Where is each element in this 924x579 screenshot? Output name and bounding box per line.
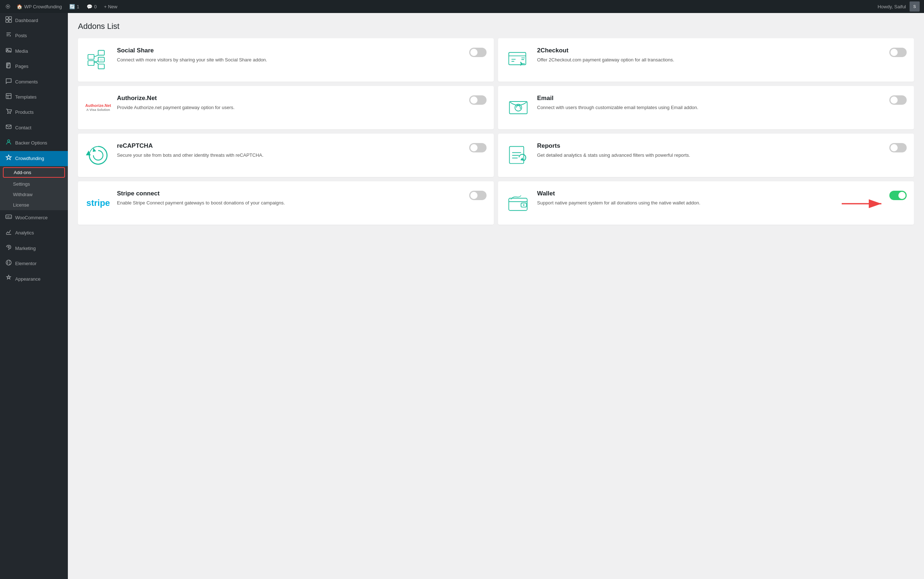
submenu-item-settings[interactable]: Settings <box>0 179 68 189</box>
addon-name-wallet: Wallet <box>537 190 883 197</box>
wp-logo[interactable]: W <box>3 2 13 11</box>
sidebar-item-elementor[interactable]: Elementor <box>0 256 68 271</box>
sidebar-label-media: Media <box>15 48 28 54</box>
sidebar-item-backer-options[interactable]: Backer Options <box>0 136 68 150</box>
addon-desc-wallet: Support native payment system for all do… <box>537 200 883 207</box>
sidebar-item-appearance[interactable]: Appearance <box>0 271 68 286</box>
toggle-stripe-connect[interactable] <box>469 191 487 200</box>
templates-icon <box>5 93 12 101</box>
sidebar-item-woocommerce[interactable]: WooCommerce <box>0 210 68 226</box>
authorize-net-icon-wrap: Authorize.Net A Visa Solution <box>85 95 111 121</box>
svg-rect-32 <box>509 198 527 211</box>
sidebar-label-dashboard: Dashboard <box>15 17 38 24</box>
sidebar-label-marketing: Marketing <box>15 245 36 252</box>
comments-bar[interactable]: 💬 0 <box>83 0 100 13</box>
toggle-wallet[interactable] <box>889 191 907 200</box>
toggle-email[interactable] <box>889 95 907 105</box>
toggle-wrap-stripe-connect <box>469 190 487 200</box>
addon-name-authorize-net: Authorize.Net <box>117 95 463 102</box>
toggle-recaptcha[interactable] <box>469 143 487 152</box>
sidebar-label-woocommerce: WooCommerce <box>15 214 48 221</box>
svg-rect-27 <box>509 52 526 65</box>
svg-rect-2 <box>6 16 8 19</box>
toggle-wrap-social-share <box>469 47 487 57</box>
new-content-bar[interactable]: + New <box>100 0 121 13</box>
media-icon <box>5 47 12 56</box>
svg-point-12 <box>10 113 10 114</box>
addon-desc-social-share: Connect with more visitors by sharing yo… <box>117 56 463 64</box>
sidebar-item-posts[interactable]: Posts <box>0 28 68 43</box>
sidebar-label-crowdfunding: Crowdfunding <box>15 155 44 162</box>
sidebar-label-pages: Pages <box>15 63 29 70</box>
addon-name-2checkout: 2Checkout <box>537 47 883 54</box>
sidebar-label-analytics: Analytics <box>15 230 34 236</box>
svg-text:W: W <box>7 5 10 8</box>
submenu-item-addons[interactable]: Add-ons <box>3 167 65 178</box>
marketing-icon <box>5 244 12 253</box>
addon-card-stripe-connect: stripe Stripe connect Enable Stripe Conn… <box>78 182 494 225</box>
svg-rect-13 <box>6 125 11 129</box>
sidebar-label-backer-options: Backer Options <box>15 140 47 146</box>
addon-desc-authorize-net: Provide Authorize.net payment gateway op… <box>117 104 463 111</box>
comments-icon: 💬 <box>86 4 93 10</box>
sidebar-item-dashboard[interactable]: Dashboard <box>0 13 68 28</box>
toggle-reports[interactable] <box>889 143 907 152</box>
toggle-wrap-email <box>889 95 907 105</box>
toggle-social-share[interactable] <box>469 48 487 57</box>
svg-point-17 <box>6 260 11 265</box>
addon-name-recaptcha: reCAPTCHA <box>117 142 463 149</box>
sidebar-item-pages[interactable]: Pages <box>0 59 68 74</box>
crowdfunding-icon <box>5 154 12 163</box>
pages-icon <box>5 62 12 71</box>
analytics-icon <box>5 229 12 237</box>
toggle-authorize-net[interactable] <box>469 95 487 105</box>
updates-bar[interactable]: 🔄 1 <box>66 0 83 13</box>
addon-desc-2checkout: Offer 2Checkout.com payment gateway opti… <box>537 56 883 64</box>
svg-rect-20 <box>98 51 104 55</box>
addon-card-email: Email Connect with users through customi… <box>498 86 914 129</box>
addon-info-2checkout: 2Checkout Offer 2Checkout.com payment ga… <box>537 47 883 64</box>
svg-rect-3 <box>9 16 11 19</box>
addon-info-recaptcha: reCAPTCHA Secure your site from bots and… <box>117 142 463 159</box>
addon-info-reports: Reports Get detailed analytics & stats u… <box>537 142 883 159</box>
updates-icon: 🔄 <box>69 4 75 10</box>
toggle-2checkout[interactable] <box>889 48 907 57</box>
svg-rect-18 <box>88 54 94 59</box>
sidebar-item-media[interactable]: Media <box>0 44 68 59</box>
toggle-wrap-reports <box>889 142 907 152</box>
backer-icon <box>5 139 12 147</box>
svg-point-14 <box>8 140 10 142</box>
sidebar-item-contact[interactable]: Contact <box>0 120 68 136</box>
sidebar-item-analytics[interactable]: Analytics <box>0 226 68 240</box>
addon-desc-recaptcha: Secure your site from bots and other ide… <box>117 152 463 159</box>
addon-info-authorize-net: Authorize.Net Provide Authorize.net paym… <box>117 95 463 111</box>
products-icon <box>5 108 12 117</box>
content-area: Addons List <box>68 13 924 579</box>
email-icon-wrap <box>505 95 531 121</box>
sidebar-item-products[interactable]: Products <box>0 105 68 120</box>
site-name-bar[interactable]: 🏠 WP Crowdfunding <box>13 0 66 13</box>
howdy-text: Howdy, Saiful <box>874 4 909 10</box>
addon-card-reports: Reports Get detailed analytics & stats u… <box>498 134 914 177</box>
wallet-icon-wrap <box>505 190 531 216</box>
sidebar-item-crowdfunding[interactable]: Crowdfunding <box>0 151 68 166</box>
submenu-item-license[interactable]: License <box>0 200 68 210</box>
addon-desc-reports: Get detailed analytics & stats using adv… <box>537 152 883 159</box>
sidebar-item-marketing[interactable]: Marketing <box>0 241 68 256</box>
svg-rect-26 <box>99 59 103 61</box>
toggle-wrap-authorize-net <box>469 95 487 105</box>
addon-desc-stripe-connect: Enable Stripe Connect payment gateways t… <box>117 200 463 207</box>
sidebar-item-templates[interactable]: Templates <box>0 90 68 105</box>
main-layout: Dashboard Posts Media <box>0 13 924 579</box>
avatar[interactable]: S <box>909 2 920 11</box>
comments-sidebar-icon <box>5 78 12 86</box>
addon-name-email: Email <box>537 95 883 102</box>
toggle-wrap-wallet <box>889 190 907 200</box>
submenu-item-withdraw[interactable]: Withdraw <box>0 189 68 200</box>
sidebar-label-contact: Contact <box>15 124 31 131</box>
svg-rect-4 <box>6 20 8 22</box>
sidebar-item-comments[interactable]: Comments <box>0 74 68 90</box>
svg-rect-31 <box>509 146 524 163</box>
svg-line-23 <box>94 55 98 57</box>
addon-card-2checkout: 2Checkout Offer 2Checkout.com payment ga… <box>498 38 914 82</box>
